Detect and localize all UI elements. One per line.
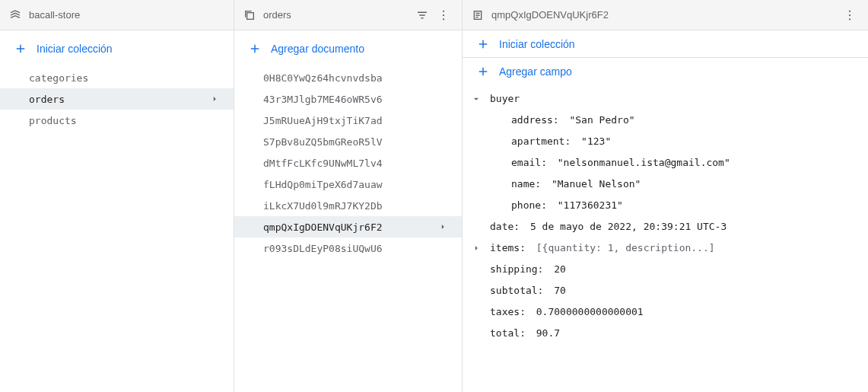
add-document-label: Agregar documento: [271, 43, 364, 55]
field-total[interactable]: total: 90.7: [463, 323, 868, 344]
chevron-right-icon: [471, 243, 482, 253]
field-value: 0.7000000000000001: [536, 305, 644, 319]
field-value: "Manuel Nelson": [552, 177, 641, 191]
document-item[interactable]: iLkcX7Ud0l9mRJ7KY2Db: [234, 195, 462, 216]
svg-point-2: [443, 14, 444, 15]
documents-panel: orders Agregar documento 0H8C0YwQz64hcvn…: [234, 0, 463, 392]
more-vert-icon: [437, 8, 450, 22]
field-buyer-address[interactable]: address: "San Pedro": [463, 110, 868, 131]
svg-point-5: [849, 10, 851, 11]
filter-icon: [415, 8, 429, 22]
document-item[interactable]: 43r3MJlgb7ME46oWR5v6: [234, 88, 462, 110]
collections-panel: bacall-store Iniciar colección categorie…: [0, 0, 234, 392]
field-date[interactable]: date: 5 de mayo de 2022, 20:39:21 UTC-3: [463, 216, 868, 237]
database-icon: [9, 9, 21, 21]
field-key: name:: [511, 177, 541, 191]
field-key: buyer: [490, 92, 520, 106]
filter-button[interactable]: [413, 6, 431, 24]
document-item[interactable]: S7pBv8uZQ5bmGReoR5lV: [234, 131, 462, 152]
collapse-toggle[interactable]: [463, 94, 490, 104]
field-subtotal[interactable]: subtotal: 70: [463, 280, 868, 301]
field-value: "nelsonmanuel.ista@gmail.com": [558, 156, 730, 170]
document-panel-header: qmpQxIgDOENVqUKjr6F2: [463, 0, 868, 30]
document-panel: qmpQxIgDOENVqUKjr6F2 Iniciar colección A…: [463, 0, 868, 392]
field-value: "San Pedro": [569, 113, 634, 127]
field-value: 70: [554, 284, 566, 298]
add-field-label: Agregar campo: [499, 65, 572, 78]
start-collection-button[interactable]: Iniciar colección: [0, 30, 234, 67]
database-title: bacall-store: [29, 9, 224, 21]
more-vert-icon: [843, 8, 857, 22]
svg-point-6: [849, 14, 851, 15]
document-item-label: r093sDLdEyP08siUQwU6: [263, 243, 383, 254]
svg-point-7: [849, 18, 851, 20]
svg-point-3: [443, 18, 444, 20]
field-key: items:: [490, 241, 526, 255]
fields-list: buyer address: "San Pedro" apartment: "1…: [463, 85, 868, 347]
chevron-right-icon: [437, 221, 448, 232]
collections-panel-header: bacall-store: [0, 0, 234, 30]
svg-point-1: [443, 10, 444, 11]
doc-start-collection-button[interactable]: Iniciar colección: [463, 30, 868, 58]
field-taxes[interactable]: taxes: 0.7000000000000001: [463, 301, 868, 323]
field-key: total:: [490, 327, 526, 340]
collection-icon: [243, 9, 256, 21]
add-document-button[interactable]: Agregar documento: [234, 30, 462, 67]
collection-item-label: categories: [29, 72, 88, 84]
document-title: qmpQxIgDOENVqUKjr6F2: [491, 9, 838, 21]
field-value: [{quantity: 1, description...]: [536, 241, 715, 255]
document-item[interactable]: J5mRUueAjH9txjTiK7ad: [234, 110, 462, 131]
field-key: taxes:: [490, 305, 526, 319]
field-buyer-apartment[interactable]: apartment: "123": [463, 131, 868, 152]
document-item-label: 43r3MJlgb7ME46oWR5v6: [263, 94, 383, 105]
documents-panel-header: orders: [234, 0, 462, 30]
document-item-label: qmpQxIgDOENVqUKjr6F2: [263, 221, 383, 233]
document-item-label: iLkcX7Ud0l9mRJ7KY2Db: [263, 200, 383, 212]
plus-icon: [476, 37, 490, 51]
plus-icon: [476, 65, 490, 78]
document-item-label: 0H8C0YwQz64hcvnvdsba: [263, 72, 383, 84]
add-field-button[interactable]: Agregar campo: [463, 58, 868, 85]
chevron-down-icon: [471, 94, 482, 104]
collection-item[interactable]: categories: [0, 67, 234, 88]
field-key: address:: [511, 113, 559, 127]
field-key: phone:: [511, 199, 547, 212]
field-shipping[interactable]: shipping: 20: [463, 259, 868, 280]
document-item-label: dMtfFcLKfc9UNwML7lv4: [263, 158, 383, 169]
field-key: date:: [490, 220, 520, 234]
document-item-label: fLHdQp0miTpeX6d7auaw: [263, 179, 383, 190]
documents-menu-button[interactable]: [434, 6, 453, 24]
collection-item-label: products: [29, 115, 77, 126]
field-key: apartment:: [511, 135, 571, 148]
expand-toggle[interactable]: [463, 243, 490, 253]
plus-icon: [14, 42, 27, 56]
field-value: "123": [581, 135, 611, 148]
svg-rect-0: [247, 12, 254, 19]
document-item[interactable]: dMtfFcLKfc9UNwML7lv4: [234, 152, 462, 174]
field-items[interactable]: items: [{quantity: 1, description...]: [463, 237, 868, 259]
field-buyer-phone[interactable]: phone: "117360231": [463, 195, 868, 216]
collection-item[interactable]: products: [0, 110, 234, 131]
document-item[interactable]: fLHdQp0miTpeX6d7auaw: [234, 174, 462, 195]
collections-list: categoriesordersproducts: [0, 67, 234, 392]
field-buyer[interactable]: buyer: [463, 88, 868, 110]
collection-title: orders: [263, 9, 410, 21]
field-buyer-email[interactable]: email: "nelsonmanuel.ista@gmail.com": [463, 152, 868, 174]
document-menu-button[interactable]: [841, 6, 859, 24]
document-item-label: S7pBv8uZQ5bmGReoR5lV: [263, 136, 383, 148]
start-collection-label: Iniciar colección: [37, 43, 113, 55]
collection-item[interactable]: orders: [0, 88, 234, 110]
chevron-right-icon: [209, 94, 220, 104]
plus-icon: [248, 42, 262, 56]
field-value: 90.7: [536, 327, 560, 340]
field-buyer-name[interactable]: name: "Manuel Nelson": [463, 174, 868, 195]
documents-list: 0H8C0YwQz64hcvnvdsba43r3MJlgb7ME46oWR5v6…: [234, 67, 462, 392]
field-key: shipping:: [490, 263, 543, 276]
field-key: subtotal:: [490, 284, 543, 298]
document-item[interactable]: 0H8C0YwQz64hcvnvdsba: [234, 67, 462, 88]
document-item[interactable]: r093sDLdEyP08siUQwU6: [234, 237, 462, 259]
document-item[interactable]: qmpQxIgDOENVqUKjr6F2: [234, 216, 462, 237]
field-value: 5 de mayo de 2022, 20:39:21 UTC-3: [530, 220, 727, 234]
document-icon: [472, 9, 484, 21]
doc-start-collection-label: Iniciar colección: [499, 38, 575, 50]
